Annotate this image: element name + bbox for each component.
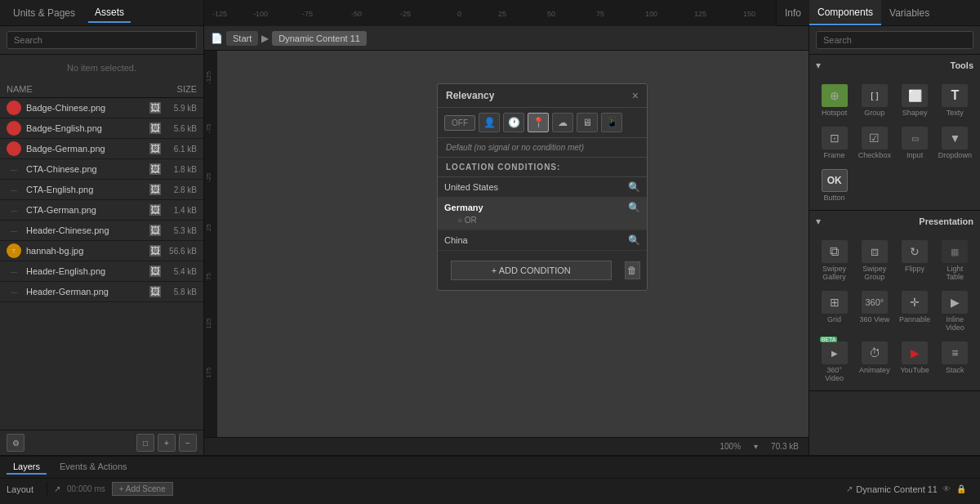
- add-item-alt-button[interactable]: +: [158, 434, 176, 452]
- file-color-icon: T: [7, 243, 21, 258]
- timeline-layer-icons: 👁 🔒: [941, 484, 967, 495]
- tab-variables[interactable]: Variables: [881, 0, 938, 25]
- light-table-icon: ▦: [942, 240, 968, 263]
- file-list: Badge-Chinese.png 🖼 5.9 kB Badge-English…: [0, 98, 203, 430]
- file-size: 56.6 kB: [164, 247, 197, 256]
- button-tool[interactable]: OK Button: [816, 166, 853, 205]
- modal-actions: + ADD CONDITION 🗑: [438, 251, 647, 290]
- timeline-layer-item: ↗ Dynamic Content 11 👁 🔒: [840, 484, 973, 495]
- swipey-group-tool[interactable]: ⧈ Swipey Group: [856, 237, 893, 284]
- condition-search-icon[interactable]: 🔍: [627, 181, 640, 194]
- stack-label: Stack: [946, 366, 964, 374]
- list-item[interactable]: Badge-Chinese.png 🖼 5.9 kB: [0, 98, 203, 118]
- grid-tool[interactable]: ⊞ Grid: [816, 288, 853, 335]
- swipey-gallery-tool[interactable]: ⧉ Swipey Gallery: [816, 237, 853, 284]
- tab-components[interactable]: Components: [809, 0, 881, 25]
- right-panel: ▾ Tools ⊕ Hotspot [ ] Group ⬜ Shapey T: [808, 26, 980, 455]
- modal-off-button[interactable]: OFF: [444, 115, 475, 131]
- texty-tool[interactable]: T Texty: [937, 81, 973, 120]
- layer-visibility-icon[interactable]: 👁: [941, 484, 952, 495]
- svg-text:-25: -25: [400, 10, 411, 18]
- modal-device-icon[interactable]: 🖥: [577, 113, 598, 132]
- list-item[interactable]: — CTA-German.png 🖼 1.4 kB: [0, 200, 203, 221]
- breadcrumb-arrow: ▶: [261, 33, 269, 44]
- condition-china-search-icon[interactable]: 🔍: [627, 234, 640, 247]
- breadcrumb-current[interactable]: Dynamic Content 11: [272, 31, 367, 46]
- list-item[interactable]: — Header-English.png 🖼 5.4 kB: [0, 261, 203, 282]
- group-tool[interactable]: [ ] Group: [856, 81, 893, 120]
- file-color-icon: —: [7, 223, 21, 238]
- add-item-button[interactable]: □: [136, 434, 154, 452]
- file-type-icon: 🖼: [149, 245, 161, 256]
- tab-layers[interactable]: Layers: [7, 460, 47, 475]
- list-item[interactable]: — Header-Chinese.png 🖼 5.3 kB: [0, 221, 203, 241]
- light-table-label: Light Table: [938, 265, 972, 281]
- list-item[interactable]: T hannah-bg.jpg 🖼 56.6 kB: [0, 241, 203, 261]
- svg-text:25: 25: [498, 10, 506, 18]
- youtube-tool[interactable]: ▶ YouTube: [897, 338, 933, 386]
- frame-tool[interactable]: ⊡ Frame: [816, 123, 853, 163]
- dropdown-tool[interactable]: ▼ Dropdown: [937, 123, 973, 163]
- flippy-tool[interactable]: ↻ Flippy: [897, 237, 933, 284]
- list-item[interactable]: Badge-German.png 🖼 6.1 kB: [0, 139, 203, 159]
- modal-mobile-icon[interactable]: 📱: [601, 113, 622, 132]
- add-scene-button[interactable]: + Add Scene: [112, 482, 173, 496]
- remove-item-button[interactable]: −: [179, 434, 197, 452]
- file-type-icon: 🖼: [149, 265, 161, 277]
- tab-units-pages[interactable]: Units & Pages: [7, 4, 82, 22]
- layout-label: Layout: [7, 484, 33, 494]
- file-name: hannah-bg.jpg: [26, 246, 149, 256]
- stack-tool[interactable]: ≡ Stack: [937, 338, 973, 386]
- modal-users-icon[interactable]: 👤: [479, 113, 500, 132]
- checkbox-tool[interactable]: ☑ Checkbox: [856, 123, 893, 163]
- breadcrumb-start[interactable]: Start: [226, 31, 258, 46]
- inline-video-tool[interactable]: ▶ Inline Video: [937, 288, 973, 335]
- tab-events-actions[interactable]: Events & Actions: [53, 460, 134, 475]
- animatey-tool[interactable]: ⏱ Animatey: [856, 338, 893, 386]
- hotspot-tool[interactable]: ⊕ Hotspot: [816, 81, 853, 120]
- col-size: SIZE: [177, 84, 197, 94]
- modal-time-icon[interactable]: 🕐: [503, 113, 524, 132]
- 360-video-icon: BETA ▶: [822, 341, 848, 364]
- list-item[interactable]: — CTA-Chinese.png 🖼 1.8 kB: [0, 159, 203, 180]
- file-type-icon: 🖼: [149, 225, 161, 236]
- list-item[interactable]: Badge-English.png 🖼 5.6 kB: [0, 118, 203, 139]
- add-condition-button[interactable]: + ADD CONDITION: [451, 261, 612, 280]
- flippy-label: Flippy: [905, 265, 924, 273]
- settings-button[interactable]: ⚙: [7, 434, 24, 452]
- modal-section-title: LOCATION CONDITIONS:: [438, 158, 647, 177]
- group-label: Group: [864, 109, 884, 117]
- file-size: 5.9 kB: [164, 104, 197, 113]
- components-search-input[interactable]: [816, 31, 973, 49]
- modal-close-button[interactable]: ×: [632, 89, 639, 102]
- file-size: 1.4 kB: [164, 206, 197, 215]
- pannable-label: Pannable: [899, 315, 930, 323]
- pannable-tool[interactable]: ✛ Pannable: [897, 288, 933, 335]
- modal-weather-icon[interactable]: ☁: [552, 113, 573, 132]
- tools-grid: ⊕ Hotspot [ ] Group ⬜ Shapey T Texty ⊡: [809, 76, 980, 210]
- input-tool[interactable]: ▭ Input: [897, 123, 933, 163]
- tab-info[interactable]: Info: [777, 0, 809, 25]
- tab-assets[interactable]: Assets: [88, 3, 131, 23]
- list-item[interactable]: — Header-German.png 🖼 5.8 kB: [0, 282, 203, 302]
- 360-view-tool[interactable]: 360° 360 View: [856, 288, 893, 335]
- modal-location-icon[interactable]: 📍: [528, 113, 549, 132]
- relevancy-modal: Relevancy × OFF 👤 🕐 📍 ☁ 🖥 📱 Default (no …: [437, 83, 648, 291]
- document-icon: 📄: [211, 33, 223, 44]
- tools-section-header[interactable]: ▾ Tools: [809, 55, 980, 76]
- condition-germany-search-icon[interactable]: 🔍: [627, 201, 640, 214]
- delete-condition-button[interactable]: 🗑: [625, 261, 640, 279]
- top-ruler-svg: -125 -100 -75 -50 -25 0 25 50 75 100 125…: [204, 0, 776, 26]
- presentation-section-header[interactable]: ▾ Presentation: [809, 211, 980, 232]
- layer-lock-icon[interactable]: 🔒: [956, 484, 967, 495]
- file-color-icon: [7, 141, 21, 156]
- shapey-tool[interactable]: ⬜ Shapey: [897, 81, 933, 120]
- light-table-tool[interactable]: ▦ Light Table: [937, 237, 973, 284]
- search-input[interactable]: [7, 31, 197, 49]
- list-item[interactable]: — CTA-English.png 🖼 2.8 kB: [0, 180, 203, 200]
- 360-video-tool[interactable]: BETA ▶ 360° Video: [816, 338, 853, 386]
- svg-text:-75: -75: [205, 123, 212, 133]
- right-panel-search-area: [809, 26, 980, 55]
- file-color-icon: —: [7, 284, 21, 299]
- canvas-container[interactable]: -125 -75 -25 25 75 125 175 HANNAH BEAUT: [204, 51, 808, 437]
